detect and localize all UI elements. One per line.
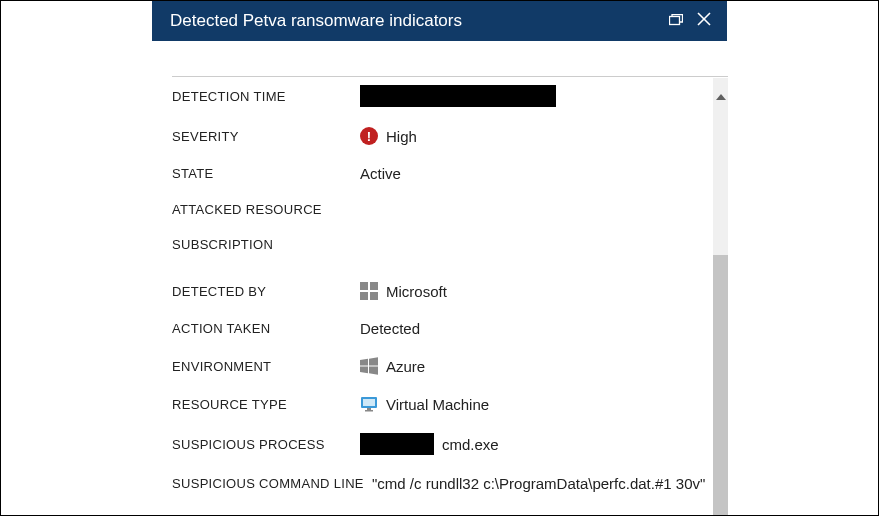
svg-rect-6 bbox=[370, 292, 378, 300]
scrollbar-thumb[interactable] bbox=[713, 255, 728, 515]
suspicious-process-text: cmd.exe bbox=[442, 436, 499, 453]
action-taken-text: Detected bbox=[360, 320, 420, 337]
label-environment: ENVIRONMENT bbox=[172, 359, 360, 374]
label-resource-type: RESOURCE TYPE bbox=[172, 397, 360, 412]
suspicious-cmd-text: "cmd /c rundll32 c:\ProgramData\perfc.da… bbox=[372, 475, 705, 492]
value-resource-type: Virtual Machine bbox=[360, 395, 489, 413]
svg-rect-9 bbox=[367, 408, 371, 410]
label-detected-by: DETECTED BY bbox=[172, 284, 360, 299]
row-suspicious-cmd: SUSPICIOUS COMMAND LINE "cmd /c rundll32… bbox=[172, 475, 708, 492]
detected-by-text: Microsoft bbox=[386, 283, 447, 300]
value-suspicious-process: cmd.exe bbox=[360, 433, 499, 455]
label-state: STATE bbox=[172, 166, 360, 181]
dialog-body: DETECTION TIME SEVERITY ! High STATE Act… bbox=[172, 76, 728, 514]
label-suspicious-process: SUSPICIOUS PROCESS bbox=[172, 437, 360, 452]
microsoft-icon bbox=[360, 282, 378, 300]
value-action-taken: Detected bbox=[360, 320, 420, 337]
value-severity: ! High bbox=[360, 127, 417, 145]
svg-rect-5 bbox=[360, 292, 368, 300]
row-state: STATE Active bbox=[172, 165, 708, 182]
label-attacked-resource: ATTACKED RESOURCE bbox=[172, 202, 360, 217]
row-detected-by: DETECTED BY Microsoft bbox=[172, 282, 708, 300]
redacted-block bbox=[360, 85, 556, 107]
value-state: Active bbox=[360, 165, 401, 182]
state-text: Active bbox=[360, 165, 401, 182]
window-controls bbox=[669, 12, 711, 30]
dialog-header: Detected Petva ransomware indicators bbox=[152, 1, 727, 41]
virtual-machine-icon bbox=[360, 395, 378, 413]
details-panel: DETECTION TIME SEVERITY ! High STATE Act… bbox=[172, 77, 728, 492]
windows-icon bbox=[360, 357, 378, 375]
resource-type-text: Virtual Machine bbox=[386, 396, 489, 413]
alert-icon: ! bbox=[360, 127, 378, 145]
label-severity: SEVERITY bbox=[172, 129, 360, 144]
severity-text: High bbox=[386, 128, 417, 145]
label-subscription: SUBSCRIPTION bbox=[172, 237, 360, 252]
row-environment: ENVIRONMENT Azure bbox=[172, 357, 708, 375]
label-action-taken: ACTION TAKEN bbox=[172, 321, 360, 336]
close-icon[interactable] bbox=[697, 12, 711, 30]
svg-rect-0 bbox=[670, 17, 680, 25]
value-detection-time bbox=[360, 85, 556, 107]
row-suspicious-process: SUSPICIOUS PROCESS cmd.exe bbox=[172, 433, 708, 455]
dialog-title: Detected Petva ransomware indicators bbox=[170, 11, 462, 31]
row-severity: SEVERITY ! High bbox=[172, 127, 708, 145]
scrollbar-up-arrow-icon[interactable] bbox=[713, 91, 728, 102]
environment-text: Azure bbox=[386, 358, 425, 375]
label-suspicious-cmd: SUSPICIOUS COMMAND LINE bbox=[172, 476, 372, 491]
value-suspicious-cmd: "cmd /c rundll32 c:\ProgramData\perfc.da… bbox=[372, 475, 705, 492]
label-detection-time: DETECTION TIME bbox=[172, 89, 360, 104]
restore-icon[interactable] bbox=[669, 12, 683, 30]
row-subscription: SUBSCRIPTION bbox=[172, 237, 708, 252]
row-action-taken: ACTION TAKEN Detected bbox=[172, 320, 708, 337]
value-environment: Azure bbox=[360, 357, 425, 375]
value-detected-by: Microsoft bbox=[360, 282, 447, 300]
row-attacked-resource: ATTACKED RESOURCE bbox=[172, 202, 708, 217]
row-resource-type: RESOURCE TYPE Virtual Machine bbox=[172, 395, 708, 413]
svg-rect-4 bbox=[370, 282, 378, 290]
svg-rect-3 bbox=[360, 282, 368, 290]
svg-rect-10 bbox=[365, 410, 373, 412]
svg-rect-8 bbox=[363, 399, 375, 406]
row-detection-time: DETECTION TIME bbox=[172, 85, 708, 107]
redacted-block bbox=[360, 433, 434, 455]
